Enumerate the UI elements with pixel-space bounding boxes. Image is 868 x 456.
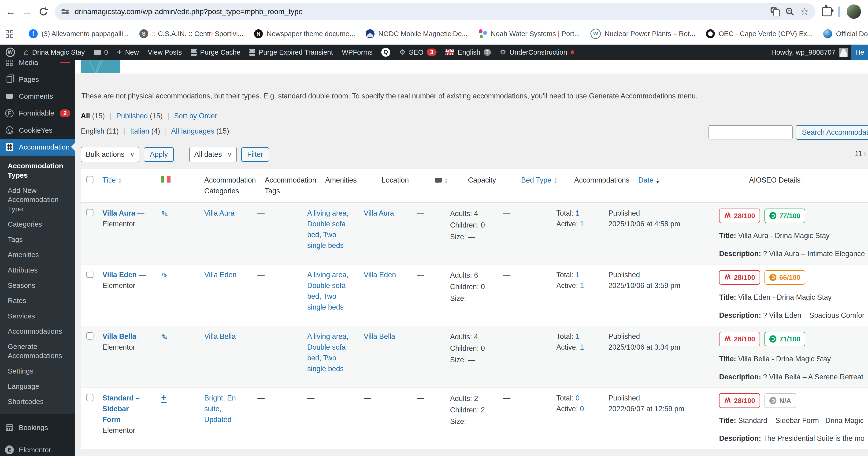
active-link[interactable]: 0 [580,405,584,413]
location-link[interactable]: Villa Eden [364,271,396,279]
underconstruction-menu[interactable]: ⚙UnderConstruction [500,48,575,56]
bookmark-item[interactable]: OEC - Cape Verde (CPV) Ex... [703,28,816,40]
row-checkbox[interactable] [86,209,94,216]
truseo-score-badge[interactable]: 28/100 [719,393,760,408]
sidebar-item-elementor[interactable]: EElementor [0,441,75,456]
category-link[interactable]: Villa Bella [204,332,236,340]
seo-score-badge[interactable]: 66/100 [765,270,805,285]
seo-score-badge[interactable]: 77/100 [765,209,805,223]
submenu-language[interactable]: Language [0,379,75,394]
row-title-link[interactable]: Villa Bella [102,332,136,340]
submenu-categories[interactable]: Categories [0,216,75,232]
wpforms-menu[interactable]: WPForms [342,48,372,56]
search-input[interactable] [709,125,793,140]
reload-icon[interactable] [39,7,48,17]
add-translation-icon[interactable]: + [161,394,166,403]
submenu-settings[interactable]: Settings [0,363,75,379]
account-menu[interactable]: Howdy, wp_9808707 [771,48,848,57]
category-link[interactable]: Villa Aura [204,209,235,217]
seo-score-badge[interactable]: N/A [765,393,796,408]
submenu-accommodation-types[interactable]: Accommodation Types [0,158,75,183]
truseo-score-badge[interactable]: 28/100 [719,270,760,285]
apps-grid-icon[interactable] [6,30,13,38]
zoom-out-icon[interactable] [785,7,795,17]
row-checkbox[interactable] [86,271,94,278]
submenu-amenities[interactable]: Amenities [0,247,75,262]
submenu-shortcodes[interactable]: Shortcodes [0,394,75,409]
submenu-tags[interactable]: Tags [0,232,75,247]
translate-icon[interactable]: G [771,7,780,17]
purge-expired-menu[interactable]: Purge Expired Transient [249,48,333,56]
amenities-links[interactable]: A living area, Double sofa bed, Two sing… [307,332,348,373]
sidebar-item-pages[interactable]: Pages [0,71,75,88]
sort-date[interactable]: Date [638,176,653,184]
new-content-menu[interactable]: +New [117,48,139,56]
truseo-score-badge[interactable]: 28/100 [719,332,760,346]
total-link[interactable]: 1 [576,209,580,217]
forward-icon[interactable]: → [22,6,32,17]
amenities-links[interactable]: A living area, Double sofa bed, Two sing… [307,209,348,249]
view-sort-by-order[interactable]: Sort by Order [174,112,217,120]
purge-cache-menu[interactable]: Purge Cache [191,48,241,56]
language-menu[interactable]: English ? [445,48,491,56]
edit-translation-icon[interactable]: ✎ [160,269,169,282]
location-link[interactable]: Villa Bella [364,332,395,340]
row-checkbox[interactable] [86,332,94,339]
help-tab[interactable]: He [851,45,868,60]
header-comments[interactable]: ▲▼ [430,169,464,191]
submenu-rates[interactable]: Rates [0,293,75,308]
row-title-link[interactable]: Villa Eden [102,271,136,279]
truseo-score-badge[interactable]: 28/100 [719,209,760,223]
sidebar-item-cookieyes[interactable]: CookieYes [0,122,75,139]
sort-title[interactable]: Title [102,176,116,184]
site-info-icon[interactable] [61,10,69,13]
bookmark-item[interactable]: WNuclear Power Plants – Rot... [587,27,699,40]
wordpress-logo-icon[interactable]: W [6,48,15,57]
total-link[interactable]: 0 [576,394,580,402]
total-link[interactable]: 1 [576,332,580,340]
submenu-seasons[interactable]: Seasons [0,278,75,293]
view-all[interactable]: All [81,112,90,120]
select-all-checkbox[interactable] [86,176,94,183]
location-link[interactable]: Villa Aura [364,209,394,217]
dates-filter-select[interactable]: All dates∨ [189,147,237,162]
row-title-link[interactable]: Villa Aura [102,209,135,217]
bookmark-item[interactable]: Official Documents- Amen... [820,28,868,40]
comments-menu[interactable]: 0 [94,48,108,56]
sidebar-item-formidable[interactable]: FFormidable2 [0,105,75,122]
sort-bed-type[interactable]: Bed Type [521,176,551,184]
bookmark-item[interactable]: NGDC Mobile Magnetic De... [362,28,471,40]
active-link[interactable]: 1 [580,343,584,351]
sidebar-item-comments[interactable]: Comments [0,88,75,105]
submenu-generate-accommodations[interactable]: Generate Accommodations [0,339,75,363]
submenu-services[interactable]: Services [0,308,75,324]
seo-score-badge[interactable]: 71/100 [765,332,805,346]
filter-button[interactable]: Filter [241,147,269,162]
site-name-menu[interactable]: ⌂Drina Magic Stay [24,48,85,56]
sidebar-item-media[interactable]: Media [0,60,75,71]
active-link[interactable]: 1 [580,220,584,228]
lang-italian[interactable]: Italian [130,127,149,135]
view-posts-menu[interactable]: View Posts [148,48,182,56]
apply-button[interactable]: Apply [144,147,174,162]
bookmark-star-icon[interactable]: ☆ [800,7,809,17]
lang-english[interactable]: English [81,127,104,135]
sidebar-item-bookings[interactable]: Bookings [0,419,75,436]
bulk-actions-select[interactable]: Bulk actions∨ [81,147,140,162]
search-button[interactable]: Search Accommodation Ty [796,125,868,140]
seo-menu[interactable]: ⚙SEO3 [399,48,437,56]
edit-translation-icon[interactable]: ✎ [160,331,169,344]
bookmark-item[interactable]: NNewspaper theme docume... [251,28,358,40]
url-text[interactable]: drinamagicstay.com/wp-admin/edit.php?pos… [75,7,765,16]
category-link[interactable]: Bright, En suite, Updated [204,394,236,424]
view-published[interactable]: Published [116,112,148,120]
amenities-links[interactable]: A living area, Double sofa bed, Two sing… [307,271,348,311]
category-link[interactable]: Villa Eden [204,271,237,279]
bookmark-item[interactable]: S:: C.S.A.IN. :: Centri Sportivi... [136,28,247,40]
browser-profile-avatar[interactable] [847,4,861,19]
sidebar-item-accommodation[interactable]: Accommodation [0,139,75,156]
row-checkbox[interactable] [86,394,94,401]
bookmark-item[interactable]: f(3) Allevamento pappagalli... [26,28,132,40]
back-icon[interactable]: ← [6,6,16,17]
edit-translation-icon[interactable]: ✎ [160,207,169,221]
